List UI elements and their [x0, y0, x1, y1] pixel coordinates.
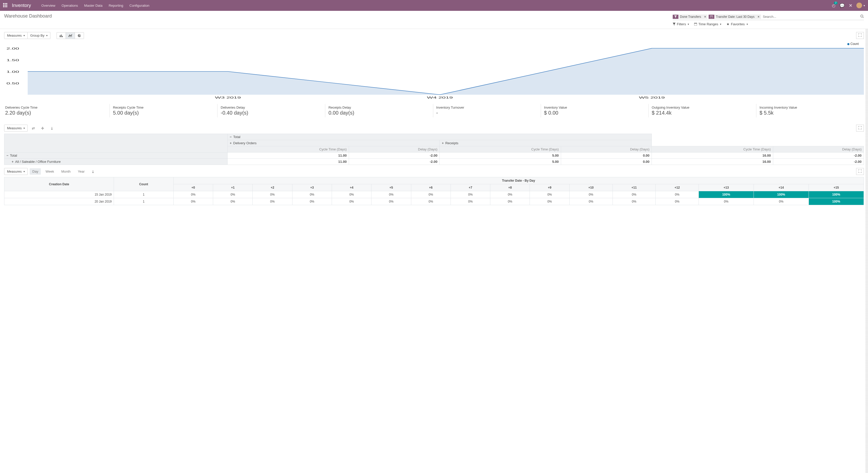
activity-icon[interactable]: ◴ 7: [832, 3, 835, 8]
line-chart-icon[interactable]: [66, 32, 75, 39]
nav-configuration[interactable]: Configuration: [126, 4, 152, 7]
cohort-cell[interactable]: 0%: [530, 191, 569, 198]
favorites-dropdown[interactable]: ★ Favorites ▾: [726, 22, 748, 26]
cohort-cell[interactable]: 100%: [699, 191, 754, 198]
graph-toolbar: Measures ▾ Group By ▾: [0, 29, 868, 41]
cohort-cell[interactable]: 0%: [213, 191, 253, 198]
expand-icon[interactable]: [856, 168, 864, 175]
metric-card: Receipts Delay0.00 day(s): [325, 104, 433, 117]
swap-axis-icon[interactable]: ⇄: [30, 125, 37, 132]
cohort-cell[interactable]: 100%: [753, 191, 809, 198]
period-month[interactable]: Month: [59, 168, 73, 175]
nav-overview[interactable]: Overview: [38, 4, 58, 7]
cohort-count: 1: [114, 191, 174, 198]
cohort-cell[interactable]: 0%: [371, 198, 411, 205]
cohort-cell[interactable]: 0%: [292, 191, 332, 198]
cohort-cell[interactable]: 0%: [451, 191, 490, 198]
cohort-cell[interactable]: 0%: [332, 191, 371, 198]
search-icon[interactable]: [860, 14, 864, 19]
cohort-offset-header: +10: [569, 184, 613, 191]
expand-icon[interactable]: +: [230, 141, 232, 145]
bar-chart-icon[interactable]: [57, 32, 66, 39]
pie-chart-icon[interactable]: [75, 32, 84, 39]
svg-text:0.50: 0.50: [6, 82, 19, 85]
cohort-offset-header: +1: [213, 184, 253, 191]
cohort-cell[interactable]: 0%: [699, 198, 754, 205]
cohort-offset-header: +8: [490, 184, 530, 191]
facet-close-icon[interactable]: ×: [756, 15, 761, 19]
svg-text:1.00: 1.00: [6, 70, 19, 73]
cohort-cell[interactable]: 0%: [656, 191, 699, 198]
cohort-cell[interactable]: 0%: [292, 198, 332, 205]
messaging-icon[interactable]: 💬: [840, 3, 845, 8]
collapse-icon[interactable]: −: [6, 154, 8, 158]
cohort-offset-header: +0: [173, 184, 213, 191]
time-ranges-dropdown[interactable]: Time Ranges ▾: [694, 22, 721, 26]
cohort-cell[interactable]: 0%: [173, 191, 213, 198]
measures-button[interactable]: Measures ▾: [4, 125, 28, 132]
pivot-row: +All / Saleable / Office Furniture 11.00…: [4, 159, 864, 165]
facet-transfer-date: Transfer Date: Last 30 Days ×: [709, 14, 761, 19]
cohort-cell[interactable]: 0%: [530, 198, 569, 205]
period-week[interactable]: Week: [43, 168, 57, 175]
groupby-button[interactable]: Group By ▾: [28, 32, 51, 39]
measures-button[interactable]: Measures ▾: [4, 168, 28, 175]
cohort-cell[interactable]: 0%: [613, 198, 656, 205]
cohort-cell[interactable]: 0%: [213, 198, 253, 205]
cohort-cell[interactable]: 0%: [411, 191, 451, 198]
cohort-cell[interactable]: 0%: [490, 198, 530, 205]
cohort-cell[interactable]: 0%: [332, 198, 371, 205]
metric-card: Deliveries Cycle Time2.20 day(s): [4, 104, 110, 117]
measures-button[interactable]: Measures ▾: [4, 32, 28, 39]
collapse-icon[interactable]: −: [230, 135, 232, 139]
cohort-cell[interactable]: 0%: [451, 198, 490, 205]
expand-icon[interactable]: +: [442, 141, 444, 145]
download-icon[interactable]: ⤓: [89, 168, 97, 175]
metric-card: Inventory Value$ 0.00: [541, 104, 648, 117]
cohort-cell[interactable]: 0%: [569, 198, 613, 205]
cohort-cell[interactable]: 0%: [253, 191, 292, 198]
cohort-cell[interactable]: 0%: [613, 191, 656, 198]
facet-close-icon[interactable]: ×: [703, 15, 708, 19]
download-icon[interactable]: ⤓: [48, 125, 56, 132]
cohort-cell[interactable]: 0%: [656, 198, 699, 205]
pivot-table: −Total +Delivery Orders +Receipts Cycle …: [4, 134, 864, 165]
expand-all-icon[interactable]: ✛: [39, 125, 46, 132]
expand-icon[interactable]: [856, 32, 864, 39]
cohort-cell[interactable]: 0%: [490, 191, 530, 198]
metric-card: Outgoing Inventory Value$ 214.4k: [648, 104, 756, 117]
cohort-cell[interactable]: 0%: [253, 198, 292, 205]
app-brand[interactable]: Inventory: [12, 3, 31, 8]
cohort-date: 20 Jan 2019: [4, 198, 114, 205]
expand-icon[interactable]: [856, 125, 864, 132]
scrollbar[interactable]: [865, 29, 868, 210]
chart-legend: Count: [4, 41, 864, 46]
pivot-toolbar: Measures ▾ ⇄ ✛ ⤓: [0, 122, 868, 134]
search-box[interactable]: Done Transfers × Transfer Date: Last 30 …: [673, 13, 864, 20]
filters-dropdown[interactable]: Filters ▾: [673, 22, 689, 26]
cohort-cell[interactable]: 100%: [809, 191, 864, 198]
cohort-cell[interactable]: 0%: [371, 191, 411, 198]
svg-line-3: [863, 17, 864, 18]
period-year[interactable]: Year: [75, 168, 87, 175]
cohort-cell[interactable]: 0%: [173, 198, 213, 205]
count-area-chart: 2.00 1.50 1.00 0.50 W3 2019 W4 2019 W5 2…: [4, 46, 864, 100]
cohort-cell[interactable]: 100%: [809, 198, 864, 205]
nav-operations[interactable]: Operations: [58, 4, 81, 7]
cohort-cell[interactable]: 0%: [753, 198, 809, 205]
expand-icon[interactable]: +: [11, 160, 14, 164]
cohort-cell[interactable]: 0%: [569, 191, 613, 198]
apps-icon[interactable]: [3, 3, 8, 8]
calendar-icon: [709, 15, 714, 19]
search-input[interactable]: [762, 14, 859, 19]
nav-reporting[interactable]: Reporting: [106, 4, 126, 7]
user-menu[interactable]: ▾: [857, 3, 865, 8]
nav-master-data[interactable]: Master Data: [81, 4, 106, 7]
period-day[interactable]: Day: [30, 168, 41, 175]
cohort-offset-header: +11: [613, 184, 656, 191]
cohort-cell[interactable]: 0%: [411, 198, 451, 205]
metric-card: Deliveries Delay-0.40 day(s): [217, 104, 325, 117]
filter-icon: [673, 15, 678, 19]
close-icon[interactable]: ✕: [849, 3, 852, 8]
pivot-row: −Total 11.00 -2.00 5.00 0.00 16.00 -2.00: [4, 153, 864, 159]
